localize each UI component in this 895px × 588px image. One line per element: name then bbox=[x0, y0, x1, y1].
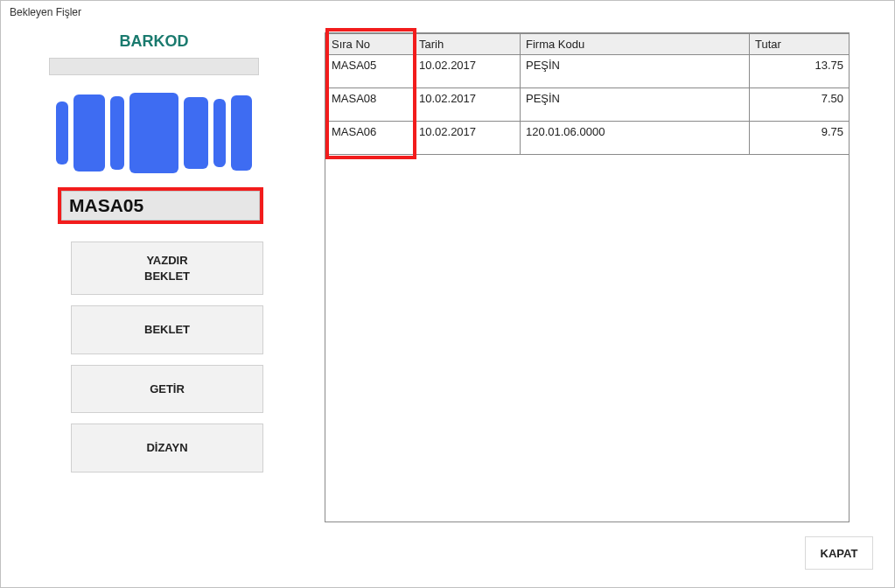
table-row[interactable]: MASA05 10.02.2017 PEŞİN 13.75 bbox=[326, 55, 850, 88]
beklet-button[interactable]: BEKLET bbox=[71, 305, 263, 354]
cell-tutar: 7.50 bbox=[750, 88, 850, 122]
cell-sira: MASA05 bbox=[326, 55, 414, 88]
col-header-tarih[interactable]: Tarih bbox=[414, 34, 521, 55]
cell-tarih: 10.02.2017 bbox=[414, 88, 521, 122]
barcode-bar bbox=[213, 99, 226, 167]
cell-tutar: 13.75 bbox=[750, 55, 850, 88]
cell-sira: MASA08 bbox=[326, 88, 414, 122]
col-header-firma[interactable]: Firma Kodu bbox=[521, 34, 750, 55]
barcode-bar bbox=[129, 93, 178, 173]
table-row[interactable]: MASA08 10.02.2017 PEŞİN 7.50 bbox=[326, 88, 850, 122]
cell-sira: MASA06 bbox=[326, 122, 414, 155]
receipts-table: Sıra No Tarih Firma Kodu Tutar MASA05 10… bbox=[325, 33, 850, 155]
dizayn-button[interactable]: DİZAYN bbox=[71, 424, 263, 472]
masa-highlight: MASA05 bbox=[58, 187, 263, 224]
cell-tarih: 10.02.2017 bbox=[414, 55, 521, 88]
cell-firma: 120.01.06.0000 bbox=[521, 122, 750, 155]
left-panel: BARKOD MASA05 YAZDIR BEKLET BEKLET GETİR… bbox=[10, 32, 298, 522]
barcode-bar bbox=[56, 102, 68, 164]
kapat-button[interactable]: KAPAT bbox=[805, 536, 873, 570]
barcode-bar bbox=[73, 94, 105, 172]
button-label: YAZDIR bbox=[72, 253, 262, 269]
barcode-icon bbox=[10, 93, 298, 173]
barcode-bar bbox=[184, 97, 208, 169]
barcode-bar bbox=[110, 96, 124, 170]
cell-tarih: 10.02.2017 bbox=[414, 122, 521, 155]
barkod-input[interactable] bbox=[49, 58, 259, 75]
barkod-heading: BARKOD bbox=[10, 32, 298, 51]
cell-firma: PEŞİN bbox=[521, 88, 750, 122]
receipts-grid[interactable]: Sıra No Tarih Firma Kodu Tutar MASA05 10… bbox=[325, 32, 850, 522]
table-header-row: Sıra No Tarih Firma Kodu Tutar bbox=[326, 34, 850, 55]
button-label: BEKLET bbox=[72, 269, 262, 284]
col-header-sira[interactable]: Sıra No bbox=[326, 34, 414, 55]
getir-button[interactable]: GETİR bbox=[71, 365, 263, 414]
cell-firma: PEŞİN bbox=[521, 55, 750, 88]
window-title: Bekleyen Fişler bbox=[1, 1, 894, 24]
content-area: BARKOD MASA05 YAZDIR BEKLET BEKLET GETİR… bbox=[1, 24, 894, 522]
masa-input[interactable]: MASA05 bbox=[61, 191, 260, 220]
barcode-bar bbox=[231, 95, 252, 171]
col-header-tutar[interactable]: Tutar bbox=[750, 34, 850, 55]
yazdir-beklet-button[interactable]: YAZDIR BEKLET bbox=[71, 242, 263, 295]
window: Bekleyen Fişler BARKOD MASA05 YAZDIR BEK… bbox=[0, 0, 895, 588]
right-panel: Sıra No Tarih Firma Kodu Tutar MASA05 10… bbox=[325, 32, 885, 522]
cell-tutar: 9.75 bbox=[750, 122, 850, 155]
table-row[interactable]: MASA06 10.02.2017 120.01.06.0000 9.75 bbox=[326, 122, 850, 155]
